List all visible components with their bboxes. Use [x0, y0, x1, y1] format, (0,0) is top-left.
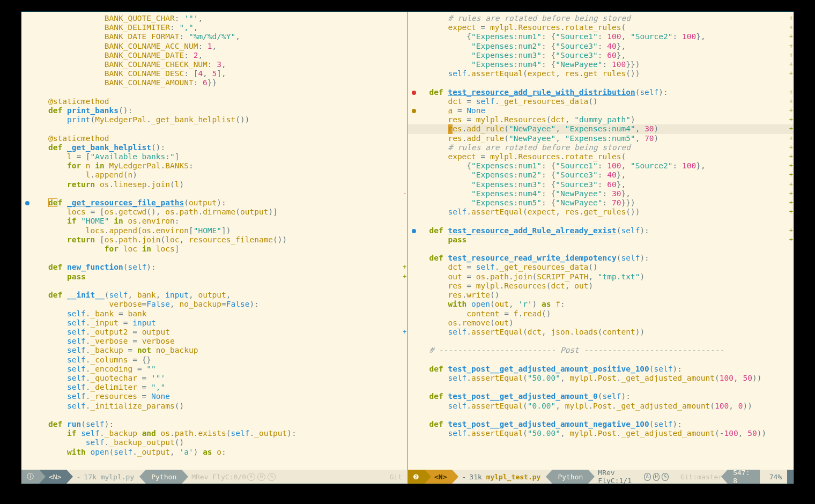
- left-right-fringe: -+++: [402, 12, 408, 470]
- circle-h-icon: H: [653, 473, 660, 481]
- right-gutter: [408, 12, 422, 470]
- modeline-right[interactable]: ❷ <N> - 31k mylpl_test.py Python MRev Fl…: [408, 470, 794, 484]
- minor-modes: MRev FlyC:1/1 A H S: [588, 470, 675, 484]
- modeline-left[interactable]: ⓘ <N> - 17k mylpl.py Python MRev FlyC:0/…: [21, 470, 408, 484]
- right-right-fringe: +++++++++++++++++++++++: [788, 12, 794, 470]
- vcs-info: Git:master: [675, 470, 728, 484]
- circle-s-icon: S: [268, 473, 276, 481]
- circle-a-icon: A: [247, 473, 255, 481]
- major-mode[interactable]: Python: [146, 470, 182, 484]
- emacs-frame: BANK_QUOTE_CHAR: '"', BANK_DELIMITER: ",…: [21, 12, 794, 484]
- left-gutter: [21, 12, 35, 470]
- buffer-info: - 31k mylpl_test.py: [452, 470, 546, 484]
- right-window[interactable]: # rules are rotated before being stored …: [408, 12, 794, 470]
- minor-modes: MRev FlyC:0/0 A H S: [182, 470, 282, 484]
- scroll-indicator: [787, 470, 794, 484]
- buffer-name: mylpl_test.py: [486, 473, 541, 481]
- buffer-name: mylpl.py: [101, 473, 135, 481]
- right-code-area[interactable]: # rules are rotated before being stored …: [429, 14, 794, 438]
- circle-s-icon: S: [662, 473, 669, 481]
- info-icon: ❷: [413, 473, 419, 481]
- line-col: 547: 8: [728, 470, 760, 484]
- modified-indicator: -: [76, 473, 80, 481]
- circle-a-icon: A: [644, 473, 651, 481]
- left-window[interactable]: BANK_QUOTE_CHAR: '"', BANK_DELIMITER: ",…: [21, 12, 408, 470]
- win-number-badge: ❷: [408, 470, 425, 484]
- circle-h-icon: H: [257, 473, 265, 481]
- buffer-info: - 17k mylpl.py: [66, 470, 139, 484]
- modified-indicator: -: [462, 473, 466, 481]
- window-split: BANK_QUOTE_CHAR: '"', BANK_DELIMITER: ",…: [21, 12, 794, 470]
- info-icon: ⓘ: [27, 472, 34, 481]
- scroll-percent: 74%: [760, 470, 787, 484]
- major-mode[interactable]: Python: [552, 470, 588, 484]
- modelines: ⓘ <N> - 17k mylpl.py Python MRev FlyC:0/…: [21, 470, 794, 484]
- win-number-badge: ⓘ: [21, 470, 39, 484]
- left-code-area[interactable]: BANK_QUOTE_CHAR: '"', BANK_DELIMITER: ",…: [48, 14, 408, 457]
- vcs-info: Git: [384, 470, 408, 484]
